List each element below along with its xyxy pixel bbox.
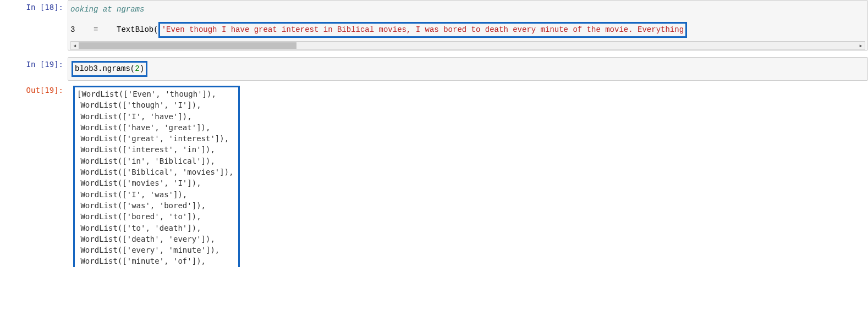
textblob-call: TextBlob(	[117, 25, 158, 34]
highlight-ngrams-call: blob3.ngrams(2)	[72, 61, 147, 77]
input-prompt-18: In [18]:	[0, 0, 68, 51]
scrollbar-right-arrow-icon[interactable]: ►	[857, 42, 865, 49]
output-prompt-19: Out[19]:	[0, 83, 68, 270]
code-line-assign: 3 = TextBlob('Even though I have great i…	[70, 21, 865, 39]
horizontal-scrollbar[interactable]: ◄ ►	[70, 41, 865, 50]
output-text: [WordList(['Even', 'though']), WordList(…	[76, 90, 234, 265]
code-input-area-18[interactable]: ooking at ngrams 3 = TextBlob('Even thou…	[68, 0, 868, 51]
highlight-output-block: [WordList(['Even', 'though']), WordList(…	[73, 86, 240, 267]
ngrams-close: )	[140, 64, 144, 73]
code-line-ngrams: blob3.ngrams(2)	[72, 60, 864, 78]
equals-op: =	[94, 25, 98, 34]
string-literal: 'Even though I have great interest in Bi…	[162, 25, 684, 34]
highlight-string-literal: 'Even though I have great interest in Bi…	[158, 22, 687, 38]
code-cell-18: In [18]: ooking at ngrams 3 = TextBlob('…	[0, 0, 868, 51]
ngrams-arg: 2	[135, 64, 139, 73]
scrollbar-thumb[interactable]	[79, 42, 296, 49]
comment-text: ooking at ngrams	[70, 5, 144, 14]
output-cell-19: Out[19]: [WordList(['Even', 'though']), …	[0, 83, 868, 270]
ngrams-call: blob3.ngrams(	[75, 64, 135, 73]
code-input-area-19[interactable]: blob3.ngrams(2)	[68, 57, 868, 81]
var-fragment: 3	[70, 25, 75, 34]
scrollbar-left-arrow-icon[interactable]: ◄	[71, 42, 79, 49]
output-area-19: [WordList(['Even', 'though']), WordList(…	[68, 83, 868, 270]
scrollbar-track[interactable]	[79, 42, 857, 49]
code-cell-19: In [19]: blob3.ngrams(2)	[0, 57, 868, 81]
input-prompt-19: In [19]:	[0, 57, 68, 81]
code-line-comment: ooking at ngrams	[70, 3, 865, 16]
